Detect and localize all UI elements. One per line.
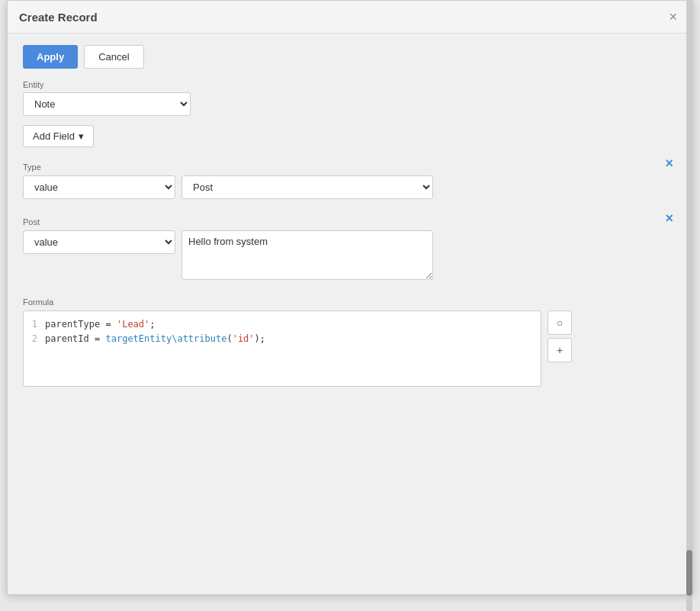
toolbar: Apply Cancel xyxy=(23,45,677,69)
entity-group: Entity Note Lead Contact Account xyxy=(23,80,677,116)
field-post-textarea[interactable]: Hello from system xyxy=(181,230,433,280)
dialog-header: Create Record × xyxy=(8,1,692,34)
code-content: parentType = 'Lead'; parentId = targetEn… xyxy=(45,317,535,346)
add-field-group: Add Field ▾ xyxy=(23,125,677,147)
create-record-dialog: Create Record × Apply Cancel Entity Note… xyxy=(7,0,693,595)
formula-container: 1 2 parentType = 'Lead'; parentId = targ… xyxy=(23,310,677,387)
field-post-label: Post xyxy=(23,217,677,227)
field-post-remove-button[interactable]: × xyxy=(665,211,673,225)
field-row-type: Type value attribute formula Post Name S… xyxy=(23,156,677,205)
fields-container: Type value attribute formula Post Name S… xyxy=(23,156,677,286)
add-field-label: Add Field xyxy=(33,130,75,142)
formula-editor[interactable]: 1 2 parentType = 'Lead'; parentId = targ… xyxy=(23,310,541,387)
apply-button[interactable]: Apply xyxy=(23,45,78,69)
field-type-label: Type xyxy=(23,162,677,172)
field-type-controls: value attribute formula Post Name Status… xyxy=(23,175,677,199)
line-number-1: 1 xyxy=(30,317,37,332)
field-type-value-select[interactable]: Post Name Status Assigned User xyxy=(181,175,433,199)
dropdown-icon: ▾ xyxy=(79,130,84,142)
formula-plus-button[interactable]: + xyxy=(547,338,572,362)
entity-label: Entity xyxy=(23,80,677,89)
code-line-2: parentId = targetEntity\attribute('id'); xyxy=(45,332,535,346)
field-type-remove-button[interactable]: × xyxy=(665,156,673,170)
entity-select[interactable]: Note Lead Contact Account xyxy=(23,92,191,116)
add-field-button[interactable]: Add Field ▾ xyxy=(23,125,94,147)
field-post-controls: value attribute formula Hello from syste… xyxy=(23,230,677,280)
field-row-post: Post value attribute formula Hello from … xyxy=(23,211,677,286)
formula-circle-button[interactable]: ○ xyxy=(547,310,572,335)
formula-label: Formula xyxy=(23,297,677,307)
formula-buttons: ○ + xyxy=(547,310,572,362)
close-button[interactable]: × xyxy=(665,8,681,25)
scrollbar-thumb[interactable] xyxy=(686,550,692,596)
line-numbers: 1 2 xyxy=(30,317,45,346)
line-number-2: 2 xyxy=(30,332,37,346)
formula-section: Formula 1 2 parentType = 'Lead'; parentI… xyxy=(23,297,677,387)
formula-lines: 1 2 parentType = 'Lead'; parentId = targ… xyxy=(30,317,535,346)
dialog-body: Apply Cancel Entity Note Lead Contact Ac… xyxy=(8,34,692,398)
field-post-type-select[interactable]: value attribute formula xyxy=(23,230,175,254)
cancel-button[interactable]: Cancel xyxy=(84,45,143,69)
dialog-title: Create Record xyxy=(19,11,98,24)
scrollbar[interactable] xyxy=(686,1,692,611)
field-type-type-select[interactable]: value attribute formula xyxy=(23,175,175,199)
code-line-1: parentType = 'Lead'; xyxy=(45,317,535,332)
